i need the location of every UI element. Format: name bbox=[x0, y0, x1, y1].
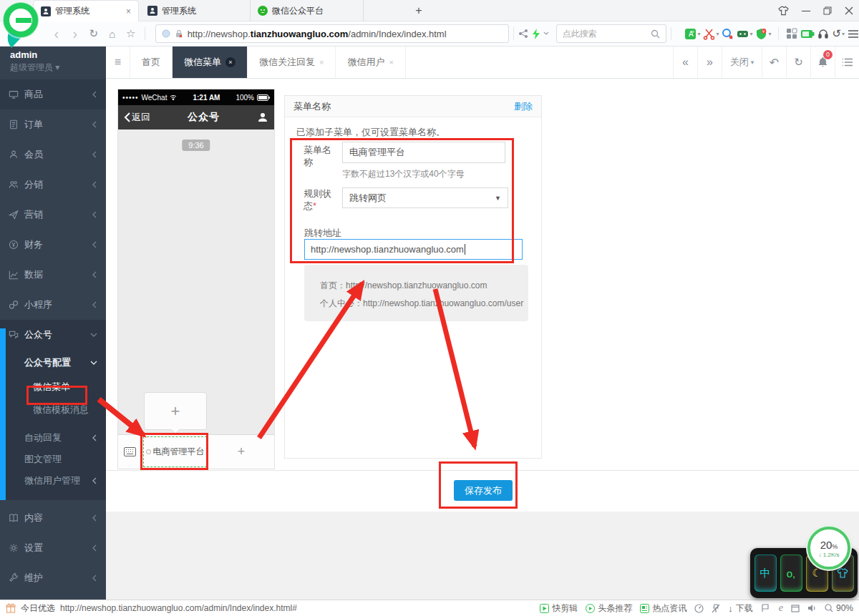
add-submenu-popup[interactable]: + bbox=[144, 392, 207, 430]
user-role-dropdown[interactable]: 超级管理员 ▾ bbox=[0, 60, 106, 79]
reading-flag-icon[interactable] bbox=[761, 604, 771, 612]
sidebar-item-wechat-menu[interactable]: 微信菜单 bbox=[0, 376, 106, 399]
menu-burger-icon[interactable] bbox=[848, 29, 859, 39]
sidebar-item-wechat-user-management[interactable]: 微信用户管理 bbox=[0, 470, 106, 492]
url-bar[interactable]: http://newshop.tianzhuowangluo.com/admin… bbox=[155, 24, 509, 43]
wechat-phone-preview: ••••• WeChat 1:21 AM 100% 返回 公众号 9:36 + … bbox=[118, 89, 274, 469]
admin-tab-wechat-users[interactable]: 微信用户× bbox=[336, 47, 405, 78]
insecure-lock-icon[interactable] bbox=[175, 29, 183, 39]
user-icon bbox=[9, 150, 24, 160]
quick-clip-tool[interactable]: 快剪辑 bbox=[540, 602, 578, 615]
jump-url-input[interactable]: http://newshop.tianzhuowangluo.com bbox=[304, 239, 523, 260]
find-magnifier-icon[interactable] bbox=[722, 28, 734, 40]
rule-state-label: 规则状态* bbox=[304, 187, 336, 212]
sidebar-item-maintenance[interactable]: 维护 bbox=[0, 563, 106, 593]
speed-gauge-icon[interactable] bbox=[694, 604, 704, 613]
save-publish-button[interactable]: 保存发布 bbox=[454, 480, 513, 501]
skin-shirt-icon[interactable] bbox=[778, 6, 789, 16]
security-shield-icon[interactable]: ¥▾ bbox=[755, 28, 771, 40]
window-mode-icon[interactable] bbox=[791, 605, 800, 612]
phone-menu-bar: 电商管理平台 + bbox=[118, 434, 274, 469]
keyboard-toggle-icon[interactable] bbox=[118, 435, 142, 469]
hot-news-tool[interactable]: 热点资讯 bbox=[640, 602, 686, 615]
ie-compat-icon[interactable]: e bbox=[779, 602, 783, 614]
sidebar-toggle-icon[interactable]: ≡ bbox=[106, 47, 130, 78]
restore-button[interactable] bbox=[823, 6, 832, 15]
bookmark-star-icon[interactable]: ☆ bbox=[122, 27, 140, 40]
chevron-down-icon[interactable] bbox=[543, 31, 549, 36]
browser-tab-1[interactable]: 管理系统 × bbox=[33, 0, 139, 21]
tab-close-icon[interactable]: × bbox=[126, 6, 131, 16]
new-tab-button[interactable]: + bbox=[409, 3, 428, 19]
pin-icon[interactable] bbox=[712, 604, 720, 613]
profile-person-icon[interactable] bbox=[257, 112, 268, 123]
sidebar-item-official-account-config[interactable]: 公众号配置 bbox=[0, 350, 106, 376]
volume-icon[interactable] bbox=[807, 604, 817, 612]
undo-icon[interactable]: ↶ bbox=[762, 47, 786, 78]
phone-back-button[interactable]: 返回 bbox=[124, 111, 150, 124]
network-speed-ball[interactable]: 20% ↓ 1.2K/s bbox=[807, 527, 850, 569]
refresh-icon[interactable]: ↻ bbox=[84, 27, 103, 40]
sidebar-item-orders[interactable]: 订单 bbox=[0, 109, 106, 140]
forward-icon[interactable]: › bbox=[66, 26, 84, 42]
rule-state-select[interactable]: 跳转网页▼ bbox=[342, 187, 508, 208]
promo-label[interactable]: 今日优选 bbox=[21, 602, 55, 615]
tab-close-icon[interactable]: × bbox=[319, 58, 324, 67]
sidebar-item-data[interactable]: 数据 bbox=[0, 260, 106, 290]
browser-logo-icon[interactable] bbox=[1, 1, 42, 52]
translate-extension-icon[interactable]: A+▾ bbox=[684, 28, 700, 40]
headset-icon[interactable] bbox=[817, 28, 829, 39]
browser-tab-3[interactable]: 微信公众平台 bbox=[251, 0, 364, 21]
ime-punctuation-key[interactable]: o, bbox=[780, 554, 802, 592]
battery-saver-icon[interactable] bbox=[800, 29, 815, 39]
wechat-menu-item[interactable]: 电商管理平台 bbox=[142, 435, 208, 469]
reader-mode-icon[interactable] bbox=[162, 29, 170, 38]
close-tabs-dropdown[interactable]: 关闭▾ bbox=[722, 47, 762, 78]
notifications-bell-icon[interactable]: 0 bbox=[810, 47, 835, 78]
add-menu-button[interactable]: + bbox=[208, 435, 274, 469]
tab-close-icon[interactable]: × bbox=[225, 57, 236, 67]
sidebar-item-auto-reply[interactable]: 自动回复 bbox=[0, 427, 106, 449]
delete-menu-link[interactable]: 删除 bbox=[514, 100, 533, 113]
sidebar-item-wechat-template-message[interactable]: 微信模板消息 bbox=[0, 399, 106, 421]
admin-favicon bbox=[41, 6, 51, 16]
browser-tab-2[interactable]: 管理系统 bbox=[140, 0, 251, 21]
ime-chinese-key[interactable]: 中 bbox=[754, 554, 777, 592]
undo-history-icon[interactable]: ↺▾ bbox=[832, 27, 845, 40]
admin-tab-home[interactable]: 首页 bbox=[130, 47, 173, 78]
close-window-button[interactable] bbox=[845, 6, 853, 15]
headline-recommend-tool[interactable]: 头条推荐 bbox=[586, 602, 632, 615]
sidebar-item-settings[interactable]: 设置 bbox=[0, 533, 106, 563]
sidebar-item-official-account[interactable]: 公众号 bbox=[0, 320, 106, 350]
scroll-tabs-right-icon[interactable]: » bbox=[697, 47, 722, 78]
sidebar-item-finance[interactable]: 财务 bbox=[0, 230, 106, 260]
menu-name-input[interactable]: 电商管理平台 bbox=[342, 142, 505, 163]
page-zoom-control[interactable]: 90% bbox=[825, 603, 853, 613]
sidebar-item-distribution[interactable]: 分销 bbox=[0, 170, 106, 200]
search-icon[interactable] bbox=[651, 29, 660, 39]
tab-close-icon[interactable]: × bbox=[389, 58, 393, 67]
scroll-tabs-left-icon[interactable]: « bbox=[673, 47, 697, 78]
task-list-icon[interactable] bbox=[835, 47, 859, 78]
game-center-icon[interactable]: ▾ bbox=[737, 28, 752, 40]
sidebar-item-content[interactable]: 内容 bbox=[0, 503, 106, 533]
apps-grid-icon[interactable] bbox=[786, 28, 797, 39]
download-item[interactable]: ↓ 下载 bbox=[728, 602, 753, 615]
home-icon[interactable]: ⌂ bbox=[103, 28, 122, 40]
chevron-left-icon bbox=[92, 477, 97, 484]
share-icon[interactable] bbox=[518, 29, 528, 39]
gift-icon[interactable] bbox=[6, 603, 16, 613]
refresh-page-icon[interactable]: ↻ bbox=[786, 47, 810, 78]
sidebar-item-goods[interactable]: 商品 bbox=[0, 79, 106, 109]
sidebar-item-article-management[interactable]: 图文管理 bbox=[0, 449, 106, 470]
boost-lightning-icon[interactable] bbox=[533, 29, 540, 39]
search-input[interactable]: 点此搜索 bbox=[556, 24, 667, 43]
screenshot-scissors-icon[interactable]: ▾ bbox=[703, 28, 719, 40]
minimize-button[interactable]: — bbox=[802, 6, 810, 16]
back-icon[interactable]: ‹ bbox=[47, 26, 66, 42]
sidebar-item-members[interactable]: 会员 bbox=[0, 140, 106, 170]
admin-tab-wechat-follow-reply[interactable]: 微信关注回复× bbox=[248, 47, 336, 78]
admin-tab-wechat-menu[interactable]: 微信菜单× bbox=[173, 47, 248, 78]
sidebar-item-marketing[interactable]: 营销 bbox=[0, 200, 106, 230]
sidebar-item-miniprogram[interactable]: 小程序 bbox=[0, 290, 106, 320]
